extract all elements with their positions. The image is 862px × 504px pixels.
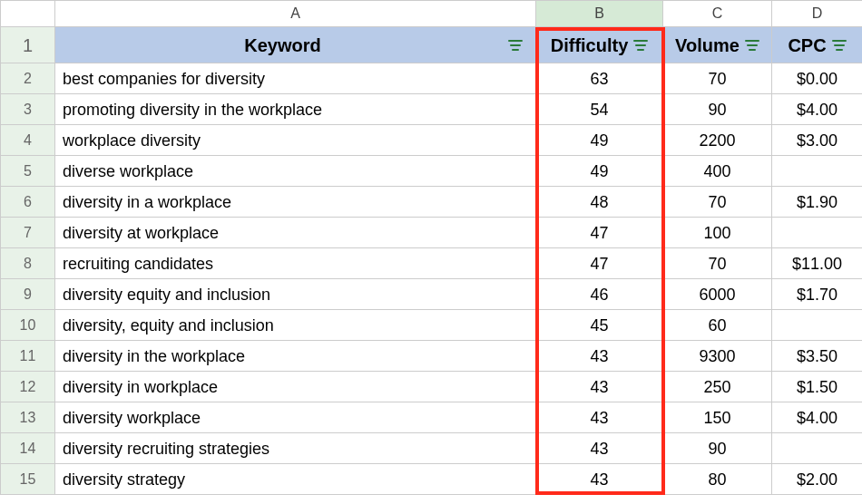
row-number-13[interactable]: 13 [1, 402, 55, 433]
row-number-1[interactable]: 1 [1, 27, 55, 63]
header-cpc[interactable]: CPC [772, 27, 862, 63]
cell-volume[interactable]: 2200 [663, 125, 772, 156]
cell-cpc[interactable]: $11.00 [772, 248, 862, 279]
cell-keyword[interactable]: recruiting candidates [55, 248, 536, 279]
cell-keyword[interactable]: diversity, equity and inclusion [55, 310, 536, 341]
cell-volume[interactable]: 60 [663, 310, 772, 341]
select-all-corner[interactable] [1, 0, 55, 27]
cell-difficulty[interactable]: 43 [536, 402, 663, 433]
row-number-5[interactable]: 5 [1, 156, 55, 187]
row-number-2[interactable]: 2 [1, 63, 55, 94]
cell-volume[interactable]: 250 [663, 372, 772, 402]
cell-keyword[interactable]: diversity at workplace [55, 218, 536, 248]
cell-volume[interactable]: 150 [663, 402, 772, 433]
cell-cpc[interactable]: $1.70 [772, 279, 862, 310]
cell-difficulty[interactable]: 49 [536, 156, 663, 187]
row-number-6[interactable]: 6 [1, 187, 55, 218]
header-label: Keyword [63, 35, 503, 55]
cell-difficulty[interactable]: 48 [536, 187, 663, 218]
cell-keyword[interactable]: diversity recruiting strategies [55, 433, 536, 464]
cell-cpc[interactable]: $4.00 [772, 402, 862, 433]
cell-difficulty[interactable]: 63 [536, 63, 663, 94]
header-volume[interactable]: Volume [663, 27, 772, 63]
column-letter-D[interactable]: D [772, 0, 862, 27]
filter-icon[interactable] [633, 39, 648, 52]
row-number-14[interactable]: 14 [1, 433, 55, 464]
cell-keyword[interactable]: diversity in workplace [55, 372, 536, 402]
cell-difficulty[interactable]: 49 [536, 125, 663, 156]
spreadsheet-grid[interactable]: ABCD1KeywordDifficultyVolumeCPC2best com… [0, 0, 862, 495]
filter-icon[interactable] [508, 39, 523, 52]
cell-keyword[interactable]: best companies for diversity [55, 63, 536, 94]
cell-volume[interactable]: 90 [663, 94, 772, 125]
cell-volume[interactable]: 70 [663, 63, 772, 94]
header-label: CPC [788, 35, 826, 55]
cell-difficulty[interactable]: 47 [536, 218, 663, 248]
cell-difficulty[interactable]: 54 [536, 94, 663, 125]
cell-keyword[interactable]: diversity workplace [55, 402, 536, 433]
header-keyword[interactable]: Keyword [55, 27, 536, 63]
row-number-3[interactable]: 3 [1, 94, 55, 125]
column-letter-A[interactable]: A [55, 0, 536, 27]
cell-keyword[interactable]: diversity in a workplace [55, 187, 536, 218]
cell-cpc[interactable]: $1.50 [772, 372, 862, 402]
cell-cpc[interactable]: $0.00 [772, 63, 862, 94]
cell-volume[interactable]: 6000 [663, 279, 772, 310]
row-number-10[interactable]: 10 [1, 310, 55, 341]
cell-difficulty[interactable]: 43 [536, 464, 663, 495]
row-number-9[interactable]: 9 [1, 279, 55, 310]
cell-cpc[interactable] [772, 433, 862, 464]
row-number-11[interactable]: 11 [1, 341, 55, 372]
cell-difficulty[interactable]: 43 [536, 433, 663, 464]
filter-icon[interactable] [832, 39, 847, 52]
filter-icon[interactable] [745, 39, 759, 52]
row-number-12[interactable]: 12 [1, 372, 55, 402]
cell-keyword[interactable]: diverse workplace [55, 156, 536, 187]
header-label: Difficulty [551, 35, 629, 55]
cell-volume[interactable]: 400 [663, 156, 772, 187]
cell-volume[interactable]: 90 [663, 433, 772, 464]
cell-cpc[interactable]: $2.00 [772, 464, 862, 495]
cell-difficulty[interactable]: 43 [536, 372, 663, 402]
cell-keyword[interactable]: promoting diversity in the workplace [55, 94, 536, 125]
cell-keyword[interactable]: workplace diversity [55, 125, 536, 156]
cell-cpc[interactable]: $4.00 [772, 94, 862, 125]
cell-difficulty[interactable]: 46 [536, 279, 663, 310]
row-number-8[interactable]: 8 [1, 248, 55, 279]
cell-volume[interactable]: 9300 [663, 341, 772, 372]
cell-keyword[interactable]: diversity strategy [55, 464, 536, 495]
cell-cpc[interactable]: $1.90 [772, 187, 862, 218]
cell-difficulty[interactable]: 43 [536, 341, 663, 372]
cell-cpc[interactable]: $3.50 [772, 341, 862, 372]
column-letter-B[interactable]: B [536, 0, 663, 27]
cell-cpc[interactable] [772, 310, 862, 341]
cell-volume[interactable]: 70 [663, 248, 772, 279]
column-letter-C[interactable]: C [663, 0, 772, 27]
header-difficulty[interactable]: Difficulty [536, 27, 663, 63]
cell-difficulty[interactable]: 45 [536, 310, 663, 341]
row-number-15[interactable]: 15 [1, 464, 55, 495]
cell-cpc[interactable]: $3.00 [772, 125, 862, 156]
cell-volume[interactable]: 70 [663, 187, 772, 218]
cell-difficulty[interactable]: 47 [536, 248, 663, 279]
row-number-4[interactable]: 4 [1, 125, 55, 156]
row-number-7[interactable]: 7 [1, 218, 55, 248]
cell-keyword[interactable]: diversity equity and inclusion [55, 279, 536, 310]
cell-volume[interactable]: 100 [663, 218, 772, 248]
cell-cpc[interactable] [772, 218, 862, 248]
cell-volume[interactable]: 80 [663, 464, 772, 495]
header-label: Volume [675, 35, 740, 55]
cell-cpc[interactable] [772, 156, 862, 187]
cell-keyword[interactable]: diversity in the workplace [55, 341, 536, 372]
